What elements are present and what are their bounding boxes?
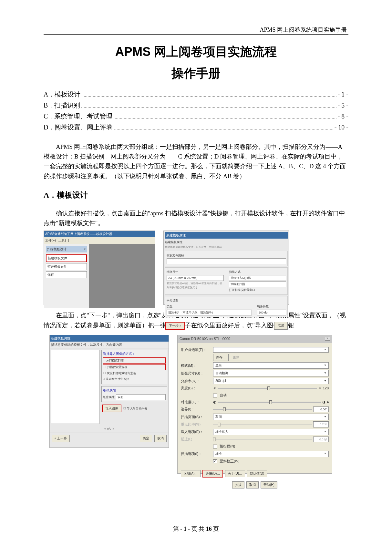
sun-dim-icon: ☀: [213, 385, 216, 391]
margin-value[interactable]: 0.00": [313, 406, 329, 412]
save-button[interactable]: 保存…: [213, 354, 229, 361]
pager-next-icon[interactable]: »: [112, 427, 114, 431]
cancel-button[interactable]: 取消: [154, 435, 167, 442]
screenshot-import-image: 新建模板属性 描述将要创建的模板文件，以及尺寸、方向等内容 选择导入图像的方式：…: [49, 335, 169, 448]
toc-entry[interactable]: A．模板设计 - 1 -: [44, 89, 348, 99]
next-button[interactable]: 下一步 »: [165, 322, 185, 330]
page-content: APMS 网上阅卷项目实施流程 操作手册 A．模板设计 - 1 - B．扫描识别…: [44, 42, 348, 479]
dialog-title: 新建模板属性: [50, 335, 169, 342]
current-page: - 1 -: [180, 526, 190, 532]
scan-side-select[interactable]: 双面▼: [213, 414, 329, 420]
close-icon[interactable]: ×: [325, 336, 330, 341]
auto-brightness-checkbox[interactable]: [213, 394, 217, 397]
toc-leader: [114, 129, 333, 129]
dpi-select[interactable]: 200 dpi: [257, 310, 286, 315]
field-label: 扫描选项(I)：: [181, 451, 213, 457]
mode-select[interactable]: 黑白▼: [213, 362, 329, 369]
feed-select[interactable]: 标准送入▼: [213, 429, 329, 435]
toc-page: - 10 -: [335, 122, 348, 132]
chevron-down-icon: ▼: [324, 364, 326, 368]
checkbox-label: 预扫描(N): [220, 444, 235, 449]
menu-tool[interactable]: 工具(T): [58, 239, 69, 242]
save-button[interactable]: 保存: [46, 271, 87, 278]
text-underline: 单面: [129, 322, 142, 329]
ok-button[interactable]: 确定: [140, 435, 152, 442]
section-a-heading: A．模板设计: [44, 189, 348, 201]
checkbox-label[interactable]: 打开扫描仪配置窗口: [229, 288, 286, 292]
import-image-button[interactable]: 导入图像: [102, 405, 121, 412]
brightness-slider[interactable]: [218, 388, 317, 389]
contrast-value: 4: [327, 399, 329, 405]
dpi-select[interactable]: 200 dpi▼: [213, 378, 329, 384]
section-label: 模板文件路径: [167, 253, 286, 258]
brightness-value: 128: [323, 385, 329, 391]
preset-select[interactable]: ▼: [213, 347, 329, 353]
close-icon[interactable]: ×: [84, 247, 86, 252]
chevron-down-icon: ▼: [324, 452, 326, 456]
checkbox-auto-deskew[interactable]: ☐ 导入后自动纠偏: [123, 406, 148, 410]
default-button[interactable]: 默认值(D): [247, 470, 267, 477]
field-label: 边界(I)：: [181, 406, 213, 412]
scan-button[interactable]: 扫描: [232, 481, 244, 488]
paragraph: 确认连接好扫描仪，点击桌面上的"apms 扫描模板设计器"快捷键，打开模板设计软…: [44, 209, 348, 228]
field-label: 分辨率(R)：: [181, 378, 213, 384]
group-label: 卡片类型: [167, 298, 286, 303]
side-panel: 扫描模板设计 × 新建模板文件 打开模板文件 保存: [44, 244, 89, 308]
checkbox-label: 歪斜校正(W): [220, 458, 240, 464]
running-header: APMS 网上阅卷系统项目实施手册: [260, 25, 347, 35]
group-heading: 选择导入图像的方式：: [103, 351, 166, 356]
radio-from-disk[interactable]: ○ 从磁盘文件中选择: [103, 376, 166, 382]
field-label: 纸张尺寸(G)：: [181, 371, 213, 376]
field-label: 模式(M)：: [181, 363, 213, 369]
paper-side-select[interactable]: 双面: [116, 394, 166, 400]
toc-entry[interactable]: B．扫描识别 - 5 -: [44, 100, 348, 110]
contrast-slider[interactable]: [218, 402, 321, 403]
about-button[interactable]: 关于(U)…: [225, 470, 245, 477]
footer-text: 第: [173, 526, 179, 532]
deskew-checkbox[interactable]: ✓: [213, 459, 217, 463]
dialog-subtitle: 描述将要创建的模板文件，以及尺寸、方向等内容: [50, 342, 169, 348]
toc-page: - 8 -: [338, 111, 348, 121]
field-label: 类型: [167, 305, 172, 308]
intro-paragraph: APMS 网上阅卷系统由两大部分组成：一是扫描部分，另一是网上阅卷部分。其中，扫…: [44, 142, 348, 181]
doc-subtitle: 操作手册: [44, 64, 348, 83]
group-label: 纸张尺寸: [167, 270, 224, 274]
checkbox-scanner-ui[interactable]: ☐ 扫描仪设置界面: [103, 364, 166, 370]
cancel-button[interactable]: 取消: [274, 322, 288, 330]
delete-button[interactable]: 删除: [230, 354, 242, 361]
page-size-select[interactable]: 自动检测▼: [213, 370, 329, 376]
back-button[interactable]: « 上一步: [52, 435, 70, 442]
window-title: APMS全通纸笔王网上阅卷系统——模板设计器: [44, 231, 155, 237]
detail-button[interactable]: 详细(D)…: [202, 470, 223, 478]
scan-mode-option[interactable]: 从纸张方向扫描: [229, 275, 286, 281]
preview-pane: [51, 350, 99, 424]
toc-leader: [114, 118, 336, 118]
card-type-select[interactable]: 填涂卡片（不适用识别、填涂题号）: [167, 310, 252, 315]
checkbox-label: 自动: [220, 393, 227, 398]
radio-scan-from-scanner[interactable]: ○ 从扫描仪扫描: [103, 357, 166, 363]
screenshot-new-template-props: 新建模板属性 新建模板属性 描述将要创建的模板文件，以及尺寸、方向等内容 模板文…: [163, 231, 289, 305]
paper-size-select[interactable]: A4 (210mm X 297mm): [167, 275, 224, 281]
dialog-subtitle: 新建模板属性: [165, 240, 288, 244]
prescan-checkbox[interactable]: [213, 445, 217, 448]
margin-slider[interactable]: [213, 409, 312, 410]
screenshot-template-designer: APMS全通纸笔王网上阅卷系统——模板设计器 文件(F) 工具(T) 扫描模板设…: [44, 231, 155, 305]
toc-page: - 1 -: [338, 89, 348, 99]
help-button[interactable]: 帮助(H): [261, 481, 277, 488]
open-template-button[interactable]: 打开模板文件: [46, 263, 87, 270]
table-of-contents: A．模板设计 - 1 - B．扫描识别 - 5 - C．系统管理、考试管理 - …: [44, 89, 348, 132]
scan-option-select[interactable]: 标准▼: [213, 451, 329, 457]
chevron-down-icon: ▼: [324, 379, 326, 383]
checkbox-reduce-bg[interactable]: ☐ 灰度扫描时减轻背景色: [103, 371, 166, 376]
delay-value: 0.0 秒: [313, 437, 329, 442]
path-field[interactable]: [167, 258, 286, 264]
pager-prev-icon[interactable]: «: [104, 427, 106, 431]
new-template-button[interactable]: 新建模板文件: [46, 254, 87, 262]
scan-mode-option[interactable]: 大幅面扫描: [229, 281, 286, 287]
menu-file[interactable]: 文件(F): [45, 239, 56, 242]
cancel-button[interactable]: 取消: [246, 481, 259, 488]
figure-row-2: 新建模板属性 描述将要创建的模板文件，以及尺寸、方向等内容 选择导入图像的方式：…: [44, 335, 348, 474]
area-button[interactable]: 区域(A)…: [181, 470, 201, 477]
toc-entry[interactable]: D．阅卷设置、网上评卷 - 10 -: [44, 122, 348, 132]
toc-entry[interactable]: C．系统管理、考试管理 - 8 -: [44, 111, 348, 121]
